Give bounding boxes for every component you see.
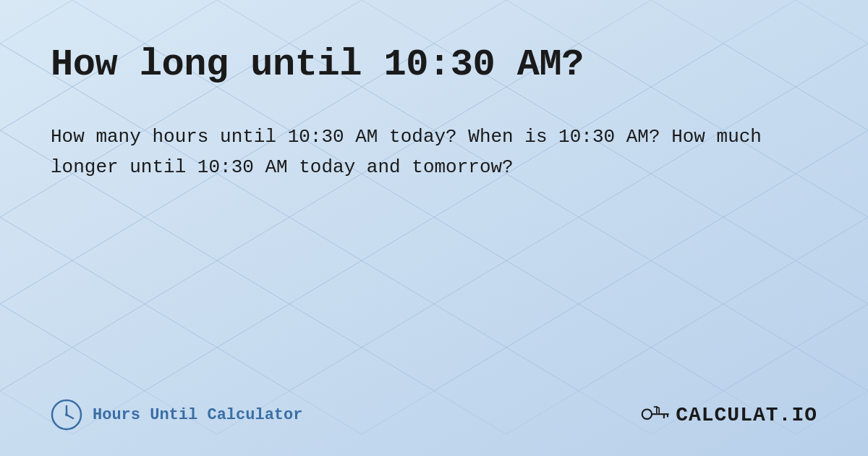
clock-icon — [51, 399, 82, 431]
logo-icon — [641, 400, 671, 430]
footer-left-label: Hours Until Calculator — [93, 406, 302, 424]
footer-left: Hours Until Calculator — [51, 399, 302, 431]
svg-point-62 — [65, 413, 68, 416]
logo-area: CALCULAT.IO — [641, 400, 817, 430]
svg-point-63 — [642, 409, 652, 418]
page-title: How long until 10:30 AM? — [51, 43, 817, 86]
page-description: How many hours until 10:30 AM today? Whe… — [51, 122, 810, 182]
footer: Hours Until Calculator CALCULAT.IO — [51, 399, 817, 431]
logo-text: CALCULAT.IO — [676, 404, 817, 426]
